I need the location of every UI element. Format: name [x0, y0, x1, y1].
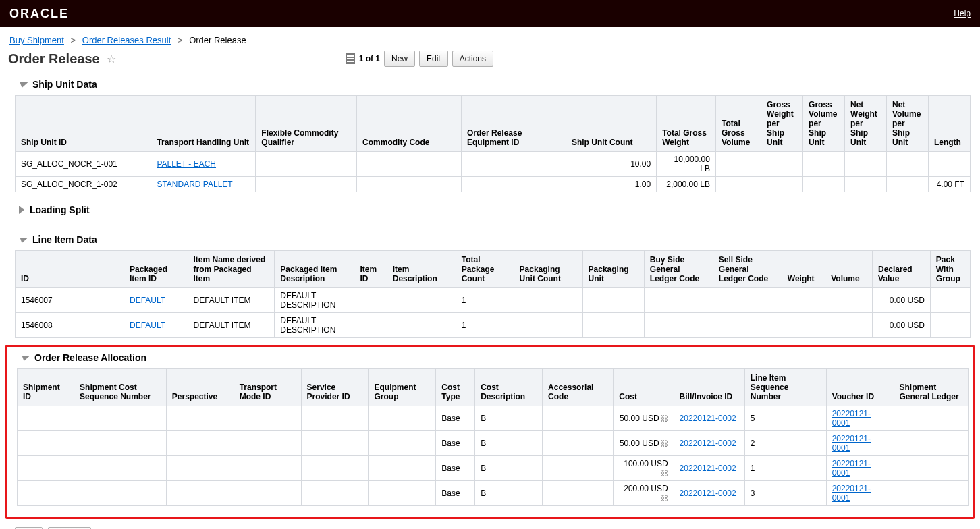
- breadcrumb-buy-shipment[interactable]: Buy Shipment: [9, 35, 64, 45]
- cell-ctype: Base: [436, 456, 475, 481]
- page-title: Order Release: [8, 51, 100, 67]
- top-bar: ORACLE Help: [0, 0, 980, 27]
- table-row[interactable]: BaseB50.00 USD⛓20220121-0002520220121-00…: [18, 406, 969, 431]
- cell-gwpsu: [761, 177, 803, 192]
- col-shipment-id: Shipment ID: [18, 369, 74, 406]
- cell-dv: 0.00 USD: [872, 288, 930, 313]
- cell-sid: [18, 406, 74, 431]
- cell-tgv: [715, 177, 761, 192]
- col-declared-value: Declared Value: [872, 251, 930, 288]
- cell-spid: [301, 456, 369, 481]
- cell-tmid: [234, 456, 301, 481]
- cell-persp: [166, 431, 234, 456]
- edit-button[interactable]: Edit: [419, 51, 448, 67]
- cell-ore: [461, 177, 566, 192]
- actions-button[interactable]: Actions: [452, 51, 493, 67]
- col-gwpsu: Gross Weight per Ship Unit: [761, 96, 803, 152]
- section-order-release-allocation[interactable]: Order Release Allocation: [7, 347, 973, 368]
- cell-ac: [543, 431, 614, 456]
- cell-sgl: [894, 406, 968, 431]
- breadcrumb-order-releases-result[interactable]: Order Releases Result: [82, 35, 171, 45]
- col-id: ID: [16, 251, 124, 288]
- help-link[interactable]: Help: [954, 9, 971, 18]
- bottom-buttons: Top Refresh: [0, 523, 980, 529]
- bill-link[interactable]: 20220121-0002: [680, 489, 736, 498]
- col-tgw: Total Gross Weight: [657, 96, 716, 152]
- cell-voucher: 20220121-0001: [826, 481, 894, 506]
- bill-link[interactable]: 20220121-0002: [680, 414, 736, 423]
- voucher-link[interactable]: 20220121-0001: [832, 484, 871, 503]
- list-view-icon[interactable]: [346, 53, 355, 64]
- page-header-row: Order Release ☆ 1 of 1 New Edit Actions: [0, 49, 980, 74]
- voucher-link[interactable]: 20220121-0001: [832, 434, 871, 453]
- col-cc: Commodity Code: [357, 96, 462, 152]
- table-header-row: Ship Unit ID Transport Handling Unit Fle…: [16, 96, 971, 152]
- cell-scsn: [74, 431, 167, 456]
- expand-icon: [19, 206, 24, 214]
- table-row[interactable]: 1546008DEFAULTDEFAULT ITEMDEFAULT DESCRI…: [16, 313, 971, 338]
- table-row[interactable]: BaseB100.00 USD⛓20220121-0002120220121-0…: [18, 456, 969, 481]
- thu-link[interactable]: PALLET - EACH: [157, 159, 216, 169]
- section-line-item-data[interactable]: Line Item Data: [0, 229, 980, 250]
- cell-gvpsu: [803, 177, 845, 192]
- pitem-link[interactable]: DEFAULT: [130, 296, 165, 305]
- cell-iname: DEFAULT ITEM: [188, 288, 275, 313]
- cell-nvpsu: [886, 177, 928, 192]
- cell-puc: [514, 313, 582, 338]
- section-ship-unit-data[interactable]: Ship Unit Data: [0, 74, 980, 95]
- cell-tgv: [715, 152, 761, 177]
- cell-itemid: [354, 288, 387, 313]
- cell-gvpsu: [803, 152, 845, 177]
- col-scsn: Shipment Cost Sequence Number: [74, 369, 167, 406]
- col-gvpsu: Gross Volume per Ship Unit: [803, 96, 845, 152]
- cell-fcq: [256, 177, 357, 192]
- col-cost-desc: Cost Description: [475, 369, 543, 406]
- cell-pu: [582, 288, 644, 313]
- table-row[interactable]: SG_ALLOC_NOCR_1-001PALLET - EACH10.0010,…: [16, 152, 971, 177]
- col-pidesc: Packaged Item Description: [275, 251, 354, 288]
- cell-persp: [166, 456, 234, 481]
- col-spid: Service Provider ID: [301, 369, 369, 406]
- cell-iname: DEFAULT ITEM: [188, 313, 275, 338]
- cell-pwg: [930, 313, 970, 338]
- link-icon[interactable]: ⛓: [661, 439, 668, 447]
- cell-cost: 100.00 USD⛓: [614, 456, 674, 481]
- section-loading-split[interactable]: Loading Split: [0, 199, 980, 221]
- cell-puc: [514, 288, 582, 313]
- bill-link[interactable]: 20220121-0002: [680, 439, 736, 448]
- new-button[interactable]: New: [384, 51, 415, 67]
- voucher-link[interactable]: 20220121-0001: [832, 459, 871, 478]
- ship-unit-table: Ship Unit ID Transport Handling Unit Fle…: [15, 95, 971, 192]
- section-title: Ship Unit Data: [32, 79, 97, 90]
- cell-pwg: [930, 288, 970, 313]
- col-tgv: Total Gross Volume: [715, 96, 761, 152]
- cell-w: [782, 288, 825, 313]
- section-title: Loading Split: [30, 204, 90, 215]
- cell-tgw: 2,000.00 LB: [657, 177, 716, 192]
- col-volume: Volume: [825, 251, 873, 288]
- favorite-star-icon[interactable]: ☆: [107, 53, 116, 65]
- col-pwg: Pack With Group: [930, 251, 970, 288]
- bill-link[interactable]: 20220121-0002: [680, 464, 736, 473]
- link-icon[interactable]: ⛓: [661, 494, 668, 502]
- link-icon[interactable]: ⛓: [661, 414, 668, 422]
- cell-spid: [301, 406, 369, 431]
- cell-v: [825, 313, 873, 338]
- pitem-link[interactable]: DEFAULT: [130, 321, 165, 330]
- cell-voucher: 20220121-0001: [826, 431, 894, 456]
- col-ship-unit-id: Ship Unit ID: [16, 96, 151, 152]
- link-icon[interactable]: ⛓: [661, 469, 668, 477]
- table-row[interactable]: SG_ALLOC_NOCR_1-002STANDARD PALLET1.002,…: [16, 177, 971, 192]
- table-row[interactable]: BaseB50.00 USD⛓20220121-0002220220121-00…: [18, 431, 969, 456]
- table-row[interactable]: 1546007DEFAULTDEFAULT ITEMDEFAULT DESCRI…: [16, 288, 971, 313]
- col-item-name: Item Name derived from Packaged Item: [188, 251, 275, 288]
- col-puc: Packaging Unit Count: [514, 251, 582, 288]
- table-row[interactable]: BaseB200.00 USD⛓20220121-0002320220121-0…: [18, 481, 969, 506]
- thu-link[interactable]: STANDARD PALLET: [157, 179, 232, 189]
- cell-bill: 20220121-0002: [674, 406, 744, 431]
- cell-eg: [369, 481, 436, 506]
- voucher-link[interactable]: 20220121-0001: [832, 409, 871, 428]
- cell-liseq: 3: [744, 481, 826, 506]
- cell-itemid: [354, 313, 387, 338]
- cell-eg: [369, 431, 436, 456]
